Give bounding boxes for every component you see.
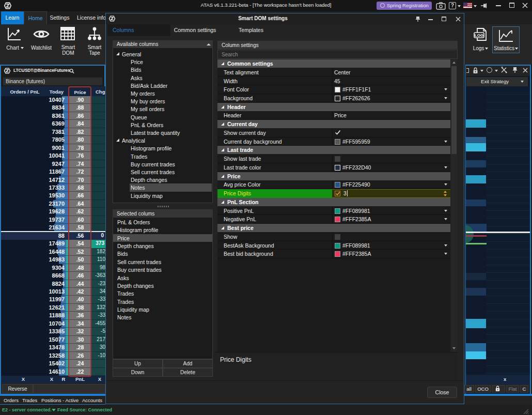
svg-text:LOG: LOG — [475, 33, 483, 38]
